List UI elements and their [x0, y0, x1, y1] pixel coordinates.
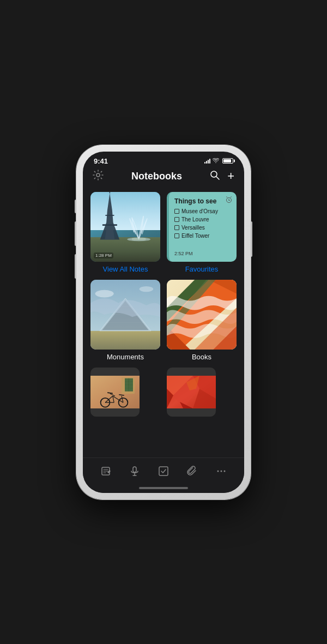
svg-rect-61	[133, 467, 136, 472]
phone-screen: 9:41	[83, 152, 244, 493]
monuments-card-wrapper[interactable]: Monuments	[90, 280, 160, 361]
svg-point-15	[140, 286, 154, 291]
svg-rect-16	[90, 330, 160, 349]
status-icons	[204, 158, 233, 164]
view-all-notes-label[interactable]: View All Notes	[90, 262, 160, 273]
middle-notebook-grid: Monuments	[90, 280, 237, 361]
top-notebook-grid: 1:28 PM View All Notes	[90, 192, 237, 273]
eiffel-tower	[98, 192, 122, 242]
page-title: Notebooks	[131, 171, 182, 182]
volume-up-button	[75, 221, 76, 246]
status-time: 9:41	[94, 157, 108, 165]
header: Notebooks +	[83, 167, 244, 189]
note-item-1: Musee d'Orsay	[174, 208, 231, 214]
note-item-4: Eiffel Tower	[174, 233, 231, 239]
note-text-4: Eiffel Tower	[181, 233, 209, 239]
svg-line-12	[231, 196, 232, 197]
settings-icon[interactable]	[93, 170, 104, 183]
notch	[131, 152, 196, 165]
svg-point-67	[223, 470, 225, 472]
bottom-notebook-grid	[90, 368, 237, 422]
svg-point-0	[96, 173, 100, 177]
more-tab[interactable]	[211, 464, 231, 479]
home-bar	[139, 487, 188, 489]
note-title: Things to see	[174, 197, 231, 205]
things-to-see-note[interactable]: Things to see Musee d'Orsay The Louvre V…	[167, 192, 237, 262]
signal-indicator	[204, 158, 210, 164]
power-button	[251, 221, 252, 257]
svg-line-2	[216, 177, 219, 179]
eiffel-timestamp: 1:28 PM	[94, 252, 113, 258]
favourites-card[interactable]: Things to see Musee d'Orsay The Louvre V…	[167, 192, 237, 273]
checkbox-4	[174, 233, 179, 238]
search-icon[interactable]	[210, 170, 220, 183]
volume-down-button	[75, 254, 76, 279]
svg-rect-4	[132, 238, 146, 240]
svg-line-48	[108, 393, 112, 393]
bike-notebook[interactable]	[90, 368, 140, 417]
eiffel-scene: 1:28 PM	[90, 192, 160, 262]
header-actions: +	[210, 170, 234, 183]
battery-fill	[223, 159, 231, 162]
checkbox-3	[174, 225, 179, 230]
tab-bar	[83, 458, 244, 483]
signal-bar-3	[208, 160, 209, 164]
microphone-tab[interactable]	[125, 464, 144, 479]
checkbox-1	[174, 209, 179, 214]
alarm-icon	[226, 196, 232, 204]
compose-tab[interactable]	[96, 464, 116, 479]
battery-icon	[222, 158, 233, 164]
svg-rect-64	[159, 467, 168, 476]
note-time: 2:52 PM	[174, 251, 231, 256]
signal-bar-2	[206, 161, 207, 164]
svg-point-1	[211, 171, 217, 177]
attachment-tab[interactable]	[183, 464, 202, 479]
note-text-1: Musee d'Orsay	[181, 208, 218, 214]
monuments-notebook[interactable]	[90, 280, 160, 350]
books-image	[167, 280, 237, 350]
eiffel-notebook[interactable]: 1:28 PM	[90, 192, 160, 262]
svg-point-14	[95, 290, 114, 297]
note-item-2: The Louvre	[174, 216, 231, 222]
wifi-icon	[213, 158, 219, 164]
checkbox-2	[174, 217, 179, 222]
notebooks-content: 1:28 PM View All Notes	[83, 189, 244, 458]
home-indicator	[83, 483, 244, 493]
favourites-label[interactable]: Favourites	[167, 262, 237, 273]
volume-silent-button	[75, 200, 76, 213]
note-text-2: The Louvre	[181, 216, 209, 222]
signal-bar-4	[209, 159, 210, 164]
books-label[interactable]: Books	[167, 350, 237, 361]
books-notebook[interactable]	[167, 280, 237, 350]
note-text-3: Versailles	[181, 225, 205, 231]
view-all-notes-card[interactable]: 1:28 PM View All Notes	[90, 192, 160, 273]
svg-point-65	[217, 470, 219, 472]
books-card-wrapper[interactable]: Books	[167, 280, 237, 361]
checklist-tab[interactable]	[154, 464, 173, 479]
monuments-image	[90, 280, 160, 350]
note-item-3: Versailles	[174, 225, 231, 231]
art-notebook[interactable]	[167, 368, 216, 417]
monuments-label[interactable]: Monuments	[90, 350, 160, 361]
signal-bar-1	[204, 162, 205, 164]
svg-line-11	[227, 196, 228, 197]
add-button[interactable]: +	[227, 170, 234, 182]
phone-frame: 9:41	[76, 145, 251, 499]
svg-point-66	[220, 470, 222, 472]
